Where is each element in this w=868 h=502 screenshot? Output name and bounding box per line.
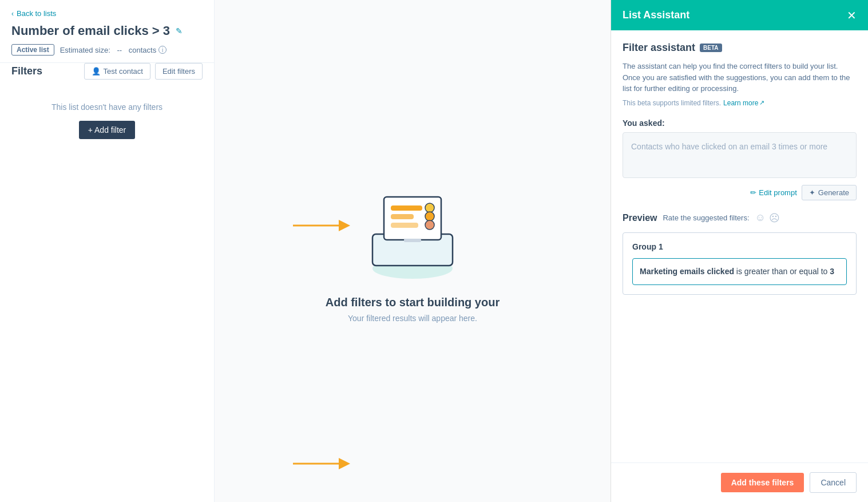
canvas-arrow-bottom	[293, 455, 350, 472]
svg-rect-9	[404, 239, 421, 242]
svg-point-8	[425, 220, 434, 230]
assistant-description: The assistant can help you find the corr…	[623, 61, 857, 94]
filters-empty-state: This list doesn't have any filters + Add…	[11, 91, 203, 151]
estimated-suffix: contacts	[129, 46, 156, 54]
back-to-lists-link[interactable]: ‹ Back to lists	[11, 9, 203, 18]
group-label: Group 1	[632, 242, 847, 251]
left-panel: ‹ Back to lists Number of email clicks >…	[0, 0, 215, 502]
canvas-subtitle: Your filtered results will appear here.	[326, 314, 500, 323]
generate-button[interactable]: ✦ Generate	[802, 185, 857, 200]
svg-point-7	[425, 212, 434, 221]
add-filter-label: + Add filter	[88, 125, 126, 135]
toolbar-buttons: 👤 Test contact Edit filters	[84, 63, 203, 80]
back-arrow-icon: ‹	[11, 10, 14, 18]
side-panel: List Assistant ✕ Filter assistant BETA T…	[611, 0, 868, 502]
preview-header: Preview Rate the suggested filters: ☺ ☹	[623, 212, 857, 224]
svg-marker-13	[339, 458, 350, 469]
beta-note-text: This beta supports limited filters.	[623, 99, 721, 107]
app-container: ‹ Back to lists Number of email clicks >…	[0, 0, 868, 502]
meta-row: Active list Estimated size: -- contacts …	[11, 44, 203, 56]
prompt-box: Contacts who have clicked on an email 3 …	[623, 132, 857, 178]
svg-marker-11	[339, 220, 350, 231]
edit-title-icon[interactable]: ✎	[176, 26, 183, 35]
canvas-text-area: Add filters to start building your Your …	[303, 296, 522, 323]
edit-prompt-button[interactable]: ✏ Edit prompt	[750, 188, 796, 197]
filter-illustration	[355, 180, 470, 283]
estimated-label: Estimated size:	[60, 46, 110, 54]
thumbs-up-icon[interactable]: ☺	[755, 212, 766, 224]
canvas-arrow-right	[293, 217, 350, 234]
external-link-icon: ↗	[759, 99, 764, 106]
left-panel-body: Filters 👤 Test contact Edit filters This…	[0, 63, 214, 502]
sparkle-icon: ✦	[809, 188, 815, 197]
empty-filters-text: This list doesn't have any filters	[51, 102, 162, 112]
edit-filters-label: Edit filters	[162, 67, 195, 76]
add-these-filters-button[interactable]: Add these filters	[721, 473, 804, 492]
cancel-label: Cancel	[821, 478, 846, 487]
preview-group: Group 1 Marketing emails clicked is grea…	[623, 232, 857, 295]
main-canvas: Add filters to start building your Your …	[215, 0, 611, 502]
thumbs-down-icon[interactable]: ☹	[769, 212, 780, 224]
edit-filters-button[interactable]: Edit filters	[155, 63, 203, 80]
panel-header: List Assistant ✕	[611, 0, 868, 30]
filters-toolbar: Filters 👤 Test contact Edit filters	[11, 63, 203, 80]
filter-value: 3	[830, 267, 834, 276]
generate-label: Generate	[818, 188, 849, 197]
back-link-label: Back to lists	[17, 9, 56, 18]
canvas-title: Add filters to start building your	[326, 296, 500, 309]
filter-assistant-title-row: Filter assistant BETA	[623, 42, 857, 54]
add-these-filters-label: Add these filters	[731, 478, 794, 487]
filter-text: is greater than or equal to	[734, 267, 830, 276]
preview-label: Preview	[623, 213, 657, 223]
learn-more-link[interactable]: Learn more ↗	[723, 99, 764, 107]
edit-prompt-label: Edit prompt	[759, 188, 796, 197]
panel-close-button[interactable]: ✕	[847, 10, 857, 21]
add-filter-button[interactable]: + Add filter	[79, 121, 136, 139]
estimated-value: --	[117, 46, 122, 54]
learn-more-label: Learn more	[723, 99, 758, 107]
panel-footer: Add these filters Cancel	[611, 463, 868, 502]
prompt-text: Contacts who have clicked on an email 3 …	[631, 142, 827, 151]
panel-title: List Assistant	[623, 9, 689, 21]
illustration-wrapper	[355, 180, 470, 284]
beta-note: This beta supports limited filters. Lear…	[623, 99, 857, 107]
user-icon: 👤	[92, 67, 101, 76]
you-asked-label: You asked:	[623, 118, 857, 128]
filter-bold-text: Marketing emails clicked	[640, 267, 734, 276]
left-panel-header: ‹ Back to lists Number of email clicks >…	[0, 0, 214, 63]
svg-rect-4	[391, 214, 414, 219]
page-title-row: Number of email clicks > 3 ✎	[11, 23, 203, 38]
filters-title: Filters	[11, 65, 42, 77]
prompt-actions: ✏ Edit prompt ✦ Generate	[623, 185, 857, 200]
rate-text: Rate the suggested filters:	[663, 214, 749, 222]
test-contact-label: Test contact	[104, 67, 143, 76]
filter-item: Marketing emails clicked is greater than…	[632, 258, 847, 285]
panel-body: Filter assistant BETA The assistant can …	[611, 30, 868, 463]
beta-badge: BETA	[700, 44, 722, 52]
estimated-size: Estimated size: -- contacts i	[60, 46, 167, 54]
active-list-badge: Active list	[11, 44, 54, 56]
cancel-button[interactable]: Cancel	[810, 472, 857, 493]
pencil-icon: ✏	[750, 188, 756, 197]
page-title: Number of email clicks > 3	[11, 23, 170, 38]
svg-point-6	[425, 203, 434, 212]
svg-rect-3	[391, 205, 422, 211]
filter-assistant-label: Filter assistant	[623, 42, 695, 54]
svg-rect-5	[391, 223, 418, 228]
info-icon[interactable]: i	[158, 46, 167, 54]
rating-icons: ☺ ☹	[755, 212, 780, 224]
test-contact-button[interactable]: 👤 Test contact	[84, 63, 150, 80]
